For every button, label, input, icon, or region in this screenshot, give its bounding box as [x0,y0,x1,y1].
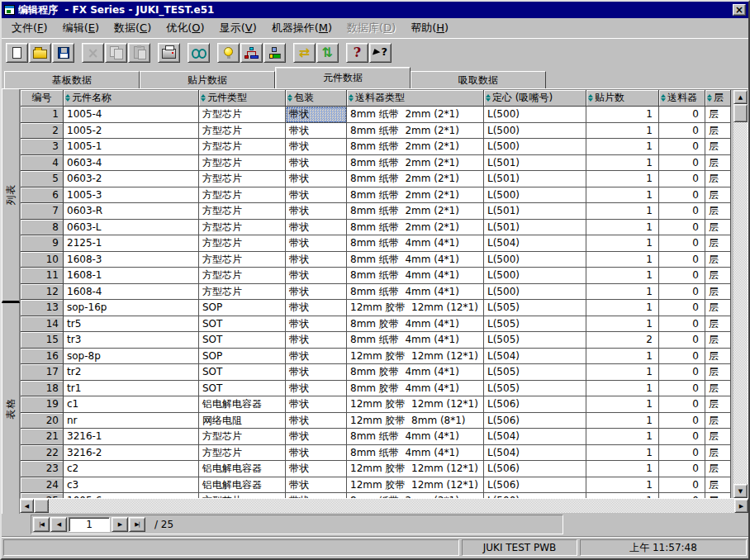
cell-feeder_no[interactable]: 0 [659,203,705,220]
horizontal-scroll-track[interactable] [49,499,734,513]
cell-feeder_no[interactable]: 0 [659,396,705,413]
cell-feeder_no[interactable]: 0 [659,493,705,498]
cell-no[interactable]: 24 [21,477,64,494]
cell-feeder_type[interactable]: 8mm 纸带 2mm (2*1) [347,155,484,172]
cell-name[interactable]: 1608-3 [64,252,199,268]
cell-type[interactable]: SOT [199,332,286,349]
cell-layer[interactable]: 层 [705,284,731,301]
cell-count[interactable]: 1 [586,461,659,477]
cell-no[interactable]: 18 [21,381,64,397]
tab-placement-data[interactable]: 贴片数据 [140,71,275,88]
cell-count[interactable]: 1 [586,493,659,498]
cell-feeder_no[interactable]: 0 [659,268,705,284]
cell-feeder_no[interactable]: 0 [659,235,705,252]
cell-type[interactable]: 方型芯片 [199,203,286,220]
cell-centering[interactable]: L(505) [484,316,586,333]
swap-vertical-button[interactable] [316,43,339,63]
cell-feeder_no[interactable]: 0 [659,413,705,429]
cell-layer[interactable]: 层 [705,107,731,123]
cell-count[interactable]: 1 [586,429,659,445]
first-page-button[interactable] [33,517,50,532]
cell-layer[interactable]: 层 [705,332,731,349]
cell-pkg[interactable]: 带状 [286,413,347,429]
cell-feeder_no[interactable]: 0 [659,332,705,349]
cell-feeder_no[interactable]: 0 [659,445,705,462]
cell-pkg[interactable]: 带状 [286,300,347,316]
cell-type[interactable]: 方型芯片 [199,493,286,498]
cell-centering[interactable]: L(501) [484,203,586,220]
cell-count[interactable]: 1 [586,123,659,140]
cell-type[interactable]: 方型芯片 [199,252,286,268]
cell-count[interactable]: 1 [586,252,659,268]
page-number-field[interactable]: 1 [69,517,110,532]
cell-centering[interactable]: L(506) [484,461,586,477]
prev-page-button[interactable] [50,517,67,532]
cell-name[interactable]: tr1 [64,381,199,397]
components-button[interactable] [263,43,286,63]
cell-no[interactable]: 15 [21,332,64,349]
cell-pkg[interactable]: 带状 [286,284,347,301]
cell-pkg[interactable]: 带状 [286,235,347,252]
cell-feeder_type[interactable]: 8mm 纸带 2mm (2*1) [347,187,484,204]
cell-feeder_type[interactable]: 8mm 胶带 4mm (4*1) [347,381,484,397]
cell-feeder_type[interactable]: 8mm 纸带 4mm (4*1) [347,268,484,284]
cell-centering[interactable]: L(501) [484,155,586,172]
cell-feeder_type[interactable]: 8mm 纸带 4mm (4*1) [347,252,484,268]
cell-layer[interactable]: 层 [705,381,731,397]
cell-count[interactable]: 1 [586,268,659,284]
cell-pkg[interactable]: 带状 [286,203,347,220]
cell-centering[interactable]: L(500) [484,284,586,301]
cell-name[interactable]: sop-16p [64,300,199,316]
cell-no[interactable]: 4 [21,155,64,172]
cell-name[interactable]: sop-8p [64,349,199,365]
cell-type[interactable]: 方型芯片 [199,123,286,140]
cell-feeder_no[interactable]: 0 [659,364,705,381]
cell-centering[interactable]: L(500) [484,123,586,140]
cell-pkg[interactable]: 带状 [286,461,347,477]
close-button[interactable] [733,4,746,16]
cell-centering[interactable]: L(504) [484,235,586,252]
cell-type[interactable]: 方型芯片 [199,155,286,172]
cell-centering[interactable]: L(505) [484,332,586,349]
cell-centering[interactable]: L(505) [484,381,586,397]
cell-type[interactable]: SOP [199,349,286,365]
cell-feeder_type[interactable]: 12mm 胶带 12mm (12*1) [347,461,484,477]
scroll-up-icon[interactable] [733,90,748,104]
cell-pkg[interactable]: 带状 [286,171,347,187]
cell-centering[interactable]: L(505) [484,300,586,316]
cell-feeder_type[interactable]: 8mm 纸带 2mm (2*1) [347,493,484,498]
print-button[interactable] [158,43,180,63]
cell-feeder_type[interactable]: 8mm 胶带 4mm (4*1) [347,316,484,333]
cell-feeder_type[interactable]: 8mm 纸带 4mm (4*1) [347,284,484,301]
column-header-feeder_type[interactable]: 送料器类型 [347,90,484,107]
cell-no[interactable]: 8 [21,220,64,236]
cell-layer[interactable]: 层 [705,155,731,172]
cell-layer[interactable]: 层 [705,396,731,413]
cell-count[interactable]: 1 [586,364,659,381]
cell-centering[interactable]: L(500) [484,493,586,498]
cell-pkg[interactable]: 带状 [286,187,347,204]
cell-pkg[interactable]: 带状 [286,252,347,268]
cell-name[interactable]: 1005-4 [64,107,199,123]
open-file-button[interactable] [29,43,51,63]
cell-no[interactable]: 1 [21,107,64,123]
cell-type[interactable]: 方型芯片 [199,268,286,284]
cell-no[interactable]: 9 [21,235,64,252]
cell-no[interactable]: 21 [21,429,64,445]
cell-no[interactable]: 19 [21,396,64,413]
optimize-button[interactable] [217,43,240,63]
cell-layer[interactable]: 层 [705,220,731,236]
cell-name[interactable]: 1608-4 [64,284,199,301]
cell-feeder_no[interactable]: 0 [659,155,705,172]
cell-feeder_no[interactable]: 0 [659,300,705,316]
cell-name[interactable]: 1005-3 [64,187,199,204]
context-help-button[interactable] [369,43,392,63]
cell-pkg[interactable]: 带状 [286,107,347,123]
cell-feeder_type[interactable]: 8mm 纸带 4mm (4*1) [347,445,484,462]
vertical-scroll-track[interactable] [733,122,748,484]
cell-feeder_no[interactable]: 0 [659,220,705,236]
cell-count[interactable]: 1 [586,171,659,187]
cell-layer[interactable]: 层 [705,461,731,477]
cell-feeder_type[interactable]: 8mm 纸带 2mm (2*1) [347,123,484,140]
cell-count[interactable]: 1 [586,235,659,252]
